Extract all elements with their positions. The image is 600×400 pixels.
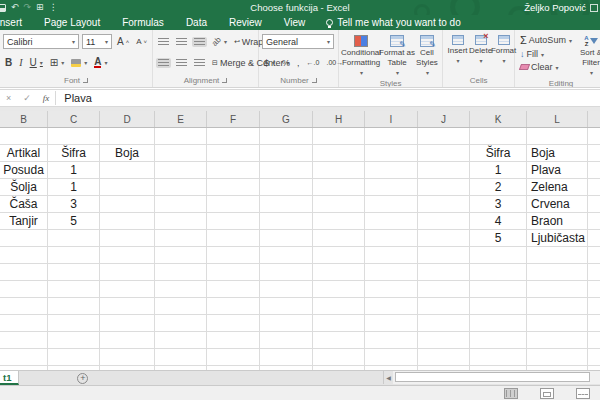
- column-header-G[interactable]: G: [260, 111, 313, 127]
- format-cells-button[interactable]: Format: [492, 33, 515, 75]
- align-bottom-icon[interactable]: [192, 37, 207, 47]
- cell-C14[interactable]: [48, 349, 100, 366]
- cell-I2[interactable]: [365, 145, 418, 162]
- cell-E8[interactable]: [155, 247, 207, 264]
- align-left-icon[interactable]: [156, 58, 171, 68]
- cell-E1[interactable]: [155, 128, 207, 145]
- cell-E11[interactable]: [155, 298, 207, 315]
- cell-I1[interactable]: [365, 128, 418, 145]
- cell-M12[interactable]: [588, 315, 600, 332]
- cell-C12[interactable]: [48, 315, 100, 332]
- cell-E5[interactable]: [155, 196, 207, 213]
- tab-review[interactable]: Review: [218, 17, 273, 28]
- cell-J4[interactable]: [418, 179, 470, 196]
- align-right-icon[interactable]: [192, 58, 207, 68]
- cell-E13[interactable]: [155, 332, 207, 349]
- cell-B9[interactable]: [0, 264, 48, 281]
- cell-D4[interactable]: [100, 179, 155, 196]
- cell-L1[interactable]: [527, 128, 588, 145]
- cell-G12[interactable]: [260, 315, 313, 332]
- cell-D11[interactable]: [100, 298, 155, 315]
- cell-C4[interactable]: 1: [48, 179, 100, 196]
- cell-B4[interactable]: Šolja: [0, 179, 48, 196]
- comma-style-button[interactable]: ,: [295, 57, 302, 69]
- cell-F5[interactable]: [207, 196, 260, 213]
- cell-E4[interactable]: [155, 179, 207, 196]
- cell-C1[interactable]: [48, 128, 100, 145]
- cell-F1[interactable]: [207, 128, 260, 145]
- cell-H1[interactable]: [313, 128, 365, 145]
- cell-B6[interactable]: Tanjir: [0, 213, 48, 230]
- clear-button[interactable]: Clear: [518, 61, 574, 73]
- cell-I5[interactable]: [365, 196, 418, 213]
- align-top-icon[interactable]: [156, 37, 171, 47]
- tab-view[interactable]: View: [273, 17, 317, 28]
- cell-C2[interactable]: Šifra: [48, 145, 100, 162]
- accounting-format-button[interactable]: $: [262, 57, 277, 69]
- cell-E7[interactable]: [155, 230, 207, 247]
- undo-icon[interactable]: ↶: [11, 3, 19, 12]
- cell-I9[interactable]: [365, 264, 418, 281]
- enter-icon[interactable]: ✓: [17, 93, 37, 103]
- cell-C13[interactable]: [48, 332, 100, 349]
- cell-G9[interactable]: [260, 264, 313, 281]
- cell-M11[interactable]: [588, 298, 600, 315]
- cell-K6[interactable]: 4: [470, 213, 527, 230]
- cell-M6[interactable]: [588, 213, 600, 230]
- cell-D5[interactable]: [100, 196, 155, 213]
- cell-C9[interactable]: [48, 264, 100, 281]
- cell-H5[interactable]: [313, 196, 365, 213]
- cell-H13[interactable]: [313, 332, 365, 349]
- cell-J11[interactable]: [418, 298, 470, 315]
- italic-button[interactable]: I: [17, 56, 24, 69]
- insert-cells-button[interactable]: Insert: [446, 33, 469, 75]
- cell-E6[interactable]: [155, 213, 207, 230]
- cell-F8[interactable]: [207, 247, 260, 264]
- cell-C3[interactable]: 1: [48, 162, 100, 179]
- cell-E14[interactable]: [155, 349, 207, 366]
- save-icon[interactable]: [0, 4, 6, 12]
- cell-styles-button[interactable]: ✎ CellStyles: [414, 33, 440, 78]
- increase-font-icon[interactable]: A˄: [115, 35, 131, 48]
- cell-K13[interactable]: [470, 332, 527, 349]
- cell-G3[interactable]: [260, 162, 313, 179]
- add-sheet-button[interactable]: +: [77, 373, 88, 384]
- formula-input[interactable]: Plava: [64, 92, 92, 104]
- touch-mode-icon[interactable]: ⊞: [36, 3, 44, 12]
- page-break-view-icon[interactable]: [576, 388, 590, 399]
- number-dialog-launcher-icon[interactable]: [312, 78, 317, 83]
- column-header-J[interactable]: J: [418, 111, 470, 127]
- cell-I8[interactable]: [365, 247, 418, 264]
- bold-button[interactable]: B: [3, 56, 14, 69]
- cell-I10[interactable]: [365, 281, 418, 298]
- column-header-I[interactable]: I: [365, 111, 418, 127]
- cell-I13[interactable]: [365, 332, 418, 349]
- cell-M14[interactable]: [588, 349, 600, 366]
- format-as-table-button[interactable]: ✎ Format asTable: [380, 33, 414, 78]
- cell-K8[interactable]: [470, 247, 527, 264]
- cell-H2[interactable]: [313, 145, 365, 162]
- cell-H9[interactable]: [313, 264, 365, 281]
- cell-C7[interactable]: [48, 230, 100, 247]
- customize-qat-icon[interactable]: ⋮: [49, 3, 58, 12]
- cell-L3[interactable]: Plava: [527, 162, 588, 179]
- cell-H4[interactable]: [313, 179, 365, 196]
- cell-L9[interactable]: [527, 264, 588, 281]
- cell-M9[interactable]: [588, 264, 600, 281]
- cell-J10[interactable]: [418, 281, 470, 298]
- tab-formulas[interactable]: Formulas: [111, 17, 175, 28]
- cell-M8[interactable]: [588, 247, 600, 264]
- cell-H12[interactable]: [313, 315, 365, 332]
- cell-I3[interactable]: [365, 162, 418, 179]
- normal-view-icon[interactable]: [504, 388, 518, 399]
- cell-G14[interactable]: [260, 349, 313, 366]
- orientation-button[interactable]: ab: [210, 36, 229, 47]
- fill-color-button[interactable]: [69, 58, 89, 68]
- cell-K9[interactable]: [470, 264, 527, 281]
- cell-F2[interactable]: [207, 145, 260, 162]
- alignment-dialog-launcher-icon[interactable]: [222, 78, 227, 83]
- cell-I12[interactable]: [365, 315, 418, 332]
- cell-E9[interactable]: [155, 264, 207, 281]
- cell-D6[interactable]: [100, 213, 155, 230]
- cell-B1[interactable]: [0, 128, 48, 145]
